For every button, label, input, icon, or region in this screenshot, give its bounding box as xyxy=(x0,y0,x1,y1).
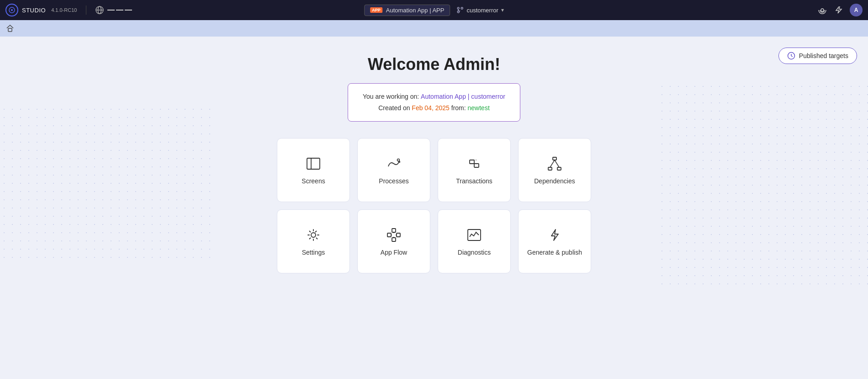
svg-rect-11 xyxy=(8,28,12,32)
chevron-down-icon: ▾ xyxy=(501,7,504,13)
svg-point-7 xyxy=(461,7,463,9)
svg-rect-18 xyxy=(474,164,479,167)
lightning-icon xyxy=(834,6,842,14)
diagnostics-card[interactable]: Diagnostics xyxy=(438,209,511,273)
svg-line-24 xyxy=(550,160,555,167)
svg-rect-13 xyxy=(307,158,320,169)
dependencies-label: Dependencies xyxy=(534,177,575,185)
appflow-label: App Flow xyxy=(381,249,407,256)
home-icon xyxy=(5,24,15,33)
svg-rect-23 xyxy=(557,167,561,170)
svg-rect-22 xyxy=(548,167,552,170)
hamburger-line xyxy=(107,10,115,11)
screens-card[interactable]: Screens xyxy=(277,138,350,202)
globe-icon xyxy=(95,6,104,14)
version-label: 4.1.0-RC10 xyxy=(51,7,77,13)
screens-label: Screens xyxy=(302,177,325,185)
working-on-box: You are working on: Automation App | cus… xyxy=(348,83,520,122)
broadcast-icon xyxy=(818,5,827,15)
navbar-left: STUDIO 4.1.0-RC10 xyxy=(5,4,132,16)
processes-icon xyxy=(386,155,402,172)
avatar-button[interactable]: A xyxy=(850,4,863,16)
generate-label: Generate & publish xyxy=(527,249,582,256)
svg-rect-29 xyxy=(397,233,400,237)
svg-point-15 xyxy=(397,159,400,161)
branch-icon xyxy=(456,6,464,14)
branch-label: newtest xyxy=(468,104,490,112)
hamburger-button[interactable] xyxy=(107,9,132,11)
working-on-line2: Created on Feb 04, 2025 from: newtest xyxy=(363,102,505,114)
settings-icon xyxy=(305,227,322,243)
screens-icon xyxy=(305,155,322,172)
working-on-label: You are working on: xyxy=(363,93,419,100)
svg-rect-21 xyxy=(553,157,556,160)
welcome-title: Welcome Admin! xyxy=(368,55,500,74)
appflow-card[interactable]: App Flow xyxy=(357,209,430,273)
app-tab-badge: APP xyxy=(370,7,382,13)
app-tab[interactable]: APP Automation App | APP xyxy=(364,5,450,16)
app-link[interactable]: Automation App | customerror xyxy=(421,93,505,100)
top-navbar: STUDIO 4.1.0-RC10 APP Automation App | A… xyxy=(0,0,868,20)
diagnostics-label: Diagnostics xyxy=(458,249,491,256)
appflow-icon xyxy=(386,227,402,243)
studio-label: STUDIO xyxy=(22,7,46,14)
transactions-icon xyxy=(466,155,482,172)
svg-rect-27 xyxy=(387,233,391,237)
svg-point-10 xyxy=(821,9,824,11)
dependencies-icon xyxy=(546,155,563,172)
processes-label: Processes xyxy=(379,177,408,185)
transactions-label: Transactions xyxy=(456,177,492,185)
generate-icon xyxy=(546,227,563,243)
svg-point-26 xyxy=(311,233,316,237)
working-on-line1: You are working on: Automation App | cus… xyxy=(363,91,505,102)
sub-navbar xyxy=(0,20,868,37)
from-label: from: xyxy=(451,104,466,112)
globe-button[interactable] xyxy=(95,6,104,14)
svg-rect-17 xyxy=(470,160,474,164)
svg-rect-28 xyxy=(392,229,396,232)
dependencies-card[interactable]: Dependencies xyxy=(518,138,591,202)
home-button[interactable] xyxy=(5,24,15,33)
svg-rect-30 xyxy=(392,238,396,241)
created-label: Created on xyxy=(378,104,410,112)
center-content: Welcome Admin! You are working on: Autom… xyxy=(0,37,868,273)
transactions-card[interactable]: Transactions xyxy=(438,138,511,202)
lightning-button[interactable] xyxy=(834,6,842,14)
navbar-right: A xyxy=(818,4,863,16)
branch-name-label: customerror xyxy=(466,7,498,14)
avatar-label: A xyxy=(854,7,858,13)
generate-publish-card[interactable]: Generate & publish xyxy=(518,209,591,273)
created-date: Feb 04, 2025 xyxy=(412,104,450,112)
nav-divider xyxy=(86,5,86,15)
app-tab-label: Automation App | APP xyxy=(386,7,445,14)
svg-point-2 xyxy=(11,9,13,11)
hamburger-line xyxy=(116,10,123,11)
broadcast-button[interactable] xyxy=(818,5,827,15)
cards-grid: Screens Processes Transacti xyxy=(277,138,591,273)
hamburger-line xyxy=(125,10,132,11)
branch-selector[interactable]: customerror ▾ xyxy=(456,6,503,14)
settings-label: Settings xyxy=(302,249,325,256)
settings-card[interactable]: Settings xyxy=(277,209,350,273)
diagnostics-icon xyxy=(466,227,482,243)
processes-card[interactable]: Processes xyxy=(357,138,430,202)
main-content: Published targets Welcome Admin! You are… xyxy=(0,37,868,379)
svg-line-25 xyxy=(555,160,559,167)
studio-logo xyxy=(5,4,18,16)
svg-point-6 xyxy=(457,7,459,9)
navbar-center: APP Automation App | APP customerror ▾ xyxy=(364,5,504,16)
